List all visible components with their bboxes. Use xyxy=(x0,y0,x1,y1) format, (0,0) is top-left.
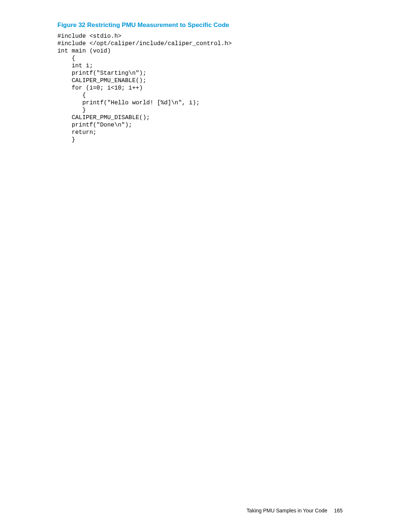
code-block: #include <stdio.h> #include </opt/calipe… xyxy=(57,33,343,144)
page-content: Figure 32 Restricting PMU Measurement to… xyxy=(0,0,400,144)
page-footer: Taking PMU Samples in Your Code 165 xyxy=(247,508,343,514)
figure-caption: Figure 32 Restricting PMU Measurement to… xyxy=(57,21,343,29)
footer-section-title: Taking PMU Samples in Your Code xyxy=(247,508,327,514)
page-number: 165 xyxy=(334,508,343,514)
